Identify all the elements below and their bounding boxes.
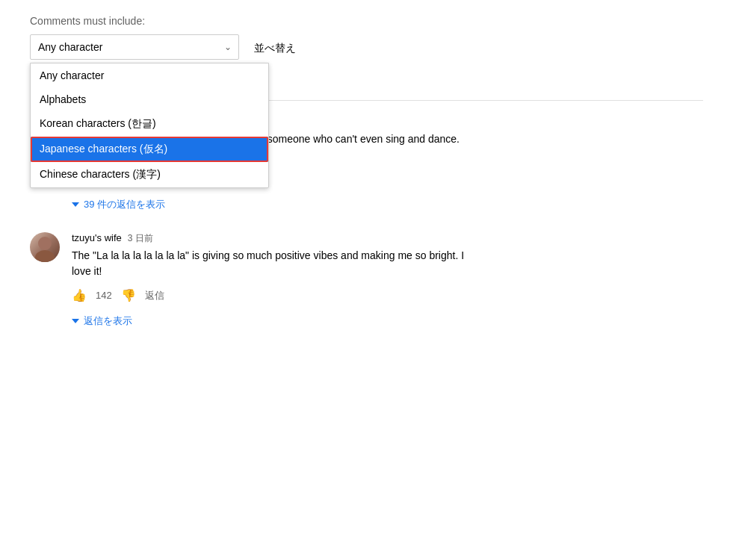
dislike-button-2[interactable]: 👎 — [121, 285, 136, 305]
comment-actions-2: 👍 142 👎 返信 — [72, 285, 703, 305]
avatar-2 — [30, 232, 60, 262]
option-alphabets[interactable]: Alphabets — [31, 87, 268, 111]
like-count-2: 142 — [96, 290, 112, 301]
show-replies-button-1[interactable]: 39 件の返信を表示 — [72, 195, 165, 214]
page-wrapper: Comments must include: Any character ⌄ A… — [0, 0, 733, 346]
character-select[interactable]: Any character — [30, 34, 239, 60]
replies-label-2: 返信を表示 — [84, 314, 132, 328]
thumbs-up-icon-2: 👍 — [72, 288, 87, 302]
dropdown-list: Any character Alphabets Korean character… — [30, 63, 269, 188]
select-wrapper[interactable]: Any character ⌄ Any character Alphabets … — [30, 34, 239, 60]
filter-label: Comments must include: — [30, 15, 703, 27]
svg-point-3 — [35, 250, 55, 262]
comment-header-2: tzuyu's wife 3 日前 — [72, 232, 703, 245]
thumbs-down-icon-2: 👎 — [121, 288, 136, 302]
filter-row: Any character ⌄ Any character Alphabets … — [30, 34, 703, 60]
comment-text-2: The "La la la la la la la la" is giving … — [72, 248, 703, 279]
show-replies-button-2[interactable]: 返信を表示 — [72, 311, 132, 331]
like-button-2[interactable]: 👍 — [72, 285, 87, 305]
reply-button-2[interactable]: 返信 — [145, 286, 164, 305]
option-japanese[interactable]: Japanese characters (仮名) — [31, 137, 268, 162]
svg-point-2 — [38, 237, 52, 250]
filter-section: Comments must include: Any character ⌄ A… — [30, 15, 703, 85]
comment-author-2: tzuyu's wife — [72, 232, 122, 243]
option-any-character[interactable]: Any character — [31, 63, 268, 87]
comment-item-2: tzuyu's wife 3 日前 The "La la la la la la… — [30, 232, 703, 331]
replies-label-1: 39 件の返信を表示 — [84, 198, 165, 211]
option-korean[interactable]: Korean characters (한글) — [31, 111, 268, 137]
comment-time-2: 3 日前 — [128, 232, 153, 245]
comment-body-2: tzuyu's wife 3 日前 The "La la la la la la… — [72, 232, 703, 331]
sort-label: 並べ替え — [254, 34, 296, 55]
option-chinese[interactable]: Chinese characters (漢字) — [31, 162, 268, 187]
chevron-icon — [72, 202, 79, 207]
chevron-icon-2 — [72, 319, 79, 323]
